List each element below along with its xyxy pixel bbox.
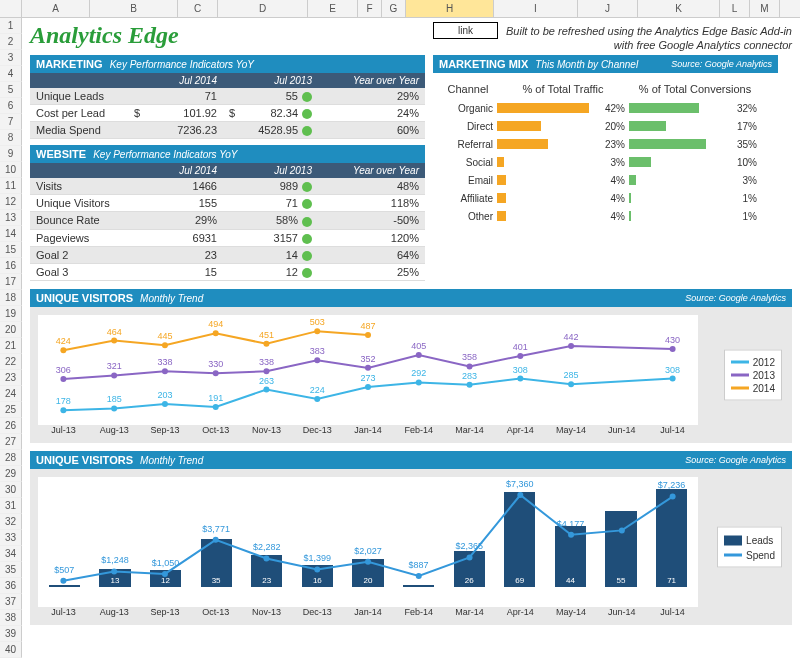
svg-point-18 [517, 375, 523, 381]
svg-text:308: 308 [513, 364, 528, 374]
mix-row: Direct20%17% [439, 117, 772, 135]
svg-text:401: 401 [513, 342, 528, 352]
svg-point-54 [213, 330, 219, 336]
svg-text:487: 487 [360, 321, 375, 331]
svg-point-6 [213, 404, 219, 410]
table-row[interactable]: Media Spend7236.234528.9560% [30, 122, 425, 139]
leads-spend-panel: UNIQUE VISITORS Monthly Trend Source: Go… [30, 451, 792, 625]
svg-point-8 [263, 386, 269, 392]
svg-text:203: 203 [157, 390, 172, 400]
svg-text:191: 191 [208, 393, 223, 403]
svg-text:451: 451 [259, 330, 274, 340]
svg-point-32 [263, 368, 269, 374]
table-row[interactable]: Bounce Rate29%58%-50% [30, 212, 425, 229]
svg-point-42 [517, 353, 523, 359]
svg-text:352: 352 [360, 354, 375, 364]
svg-text:285: 285 [564, 370, 579, 380]
svg-point-26 [111, 372, 117, 378]
svg-text:283: 283 [462, 370, 477, 380]
svg-point-50 [111, 337, 117, 343]
svg-point-4 [162, 401, 168, 407]
trend-line-chart: 1781852031912632242732922833082853083063… [38, 315, 698, 425]
website-subheader: Jul 2014 Jul 2013 Year over Year [30, 163, 425, 178]
svg-text:263: 263 [259, 375, 274, 385]
mix-row: Referral23%35% [439, 135, 772, 153]
svg-point-20 [568, 381, 574, 387]
mix-panel-header: MARKETING MIX This Month by Channel Sour… [433, 55, 778, 73]
svg-text:494: 494 [208, 319, 223, 329]
svg-point-52 [162, 342, 168, 348]
svg-text:330: 330 [208, 359, 223, 369]
svg-point-10 [314, 396, 320, 402]
svg-point-14 [416, 379, 422, 385]
svg-text:185: 185 [107, 394, 122, 404]
tagline-1: Built to be refreshed using the Analytic… [506, 25, 792, 37]
mix-row: Other4%1% [439, 207, 772, 225]
leads-bar-chart: $507$1,24813$1,05012$3,77135$2,28223$1,3… [38, 477, 698, 587]
svg-text:442: 442 [564, 332, 579, 342]
unique-visitors-trend-panel: UNIQUE VISITORS Monthly Trend Source: Go… [30, 289, 792, 443]
tagline-2: with free Google Analytics connector [433, 39, 792, 51]
svg-point-44 [568, 343, 574, 349]
svg-point-2 [111, 405, 117, 411]
svg-text:464: 464 [107, 326, 122, 336]
svg-text:321: 321 [107, 361, 122, 371]
website-panel-header: WEBSITE Key Performance Indicators YoY [30, 145, 425, 163]
svg-point-38 [416, 352, 422, 358]
svg-text:273: 273 [360, 373, 375, 383]
column-headers[interactable]: ABCDEFGHIJKLM [0, 0, 800, 18]
svg-point-40 [467, 363, 473, 369]
page-title: Analytics Edge [30, 22, 179, 49]
svg-text:424: 424 [56, 336, 71, 346]
mix-row: Email4%3% [439, 171, 772, 189]
svg-point-36 [365, 365, 371, 371]
table-row[interactable]: Unique Visitors15571118% [30, 195, 425, 212]
svg-point-0 [60, 407, 66, 413]
table-row[interactable]: Goal 2231464% [30, 247, 425, 264]
svg-point-46 [670, 346, 676, 352]
mix-row: Social3%10% [439, 153, 772, 171]
svg-point-48 [60, 347, 66, 353]
marketing-panel-header: MARKETING Key Performance Indicators YoY [30, 55, 425, 73]
svg-text:405: 405 [411, 341, 426, 351]
mix-row: Organic42%32% [439, 99, 772, 117]
svg-point-28 [162, 368, 168, 374]
svg-point-60 [365, 332, 371, 338]
svg-text:445: 445 [157, 331, 172, 341]
row-numbers[interactable]: 1234567891011121314151617181920212223242… [0, 18, 22, 633]
table-row[interactable]: Visits146698948% [30, 178, 425, 195]
svg-point-22 [670, 375, 676, 381]
svg-text:358: 358 [462, 352, 477, 362]
mix-row: Affiliate4%1% [439, 189, 772, 207]
svg-text:430: 430 [665, 335, 680, 345]
bar-legend: LeadsSpend [717, 526, 782, 567]
marketing-subheader: Jul 2014 Jul 2013 Year over Year [30, 73, 425, 88]
mix-columns: Channel % of Total Traffic % of Total Co… [439, 83, 772, 95]
svg-point-24 [60, 376, 66, 382]
svg-text:292: 292 [411, 368, 426, 378]
link-button[interactable]: link [433, 22, 498, 39]
svg-text:503: 503 [310, 317, 325, 327]
svg-text:224: 224 [310, 385, 325, 395]
svg-text:178: 178 [56, 396, 71, 406]
svg-point-56 [263, 341, 269, 347]
trend-legend: 201220132014 [724, 349, 782, 400]
svg-point-30 [213, 370, 219, 376]
table-row[interactable]: Pageviews69313157120% [30, 230, 425, 247]
table-row[interactable]: Cost per Lead$101.92$82.3424% [30, 105, 425, 122]
svg-text:306: 306 [56, 365, 71, 375]
svg-text:338: 338 [157, 357, 172, 367]
svg-point-34 [314, 357, 320, 363]
svg-text:308: 308 [665, 364, 680, 374]
svg-point-58 [314, 328, 320, 334]
svg-text:383: 383 [310, 346, 325, 356]
table-row[interactable]: Unique Leads715529% [30, 88, 425, 105]
table-row[interactable]: Goal 3151225% [30, 264, 425, 281]
svg-point-16 [467, 381, 473, 387]
svg-point-12 [365, 384, 371, 390]
svg-text:338: 338 [259, 357, 274, 367]
